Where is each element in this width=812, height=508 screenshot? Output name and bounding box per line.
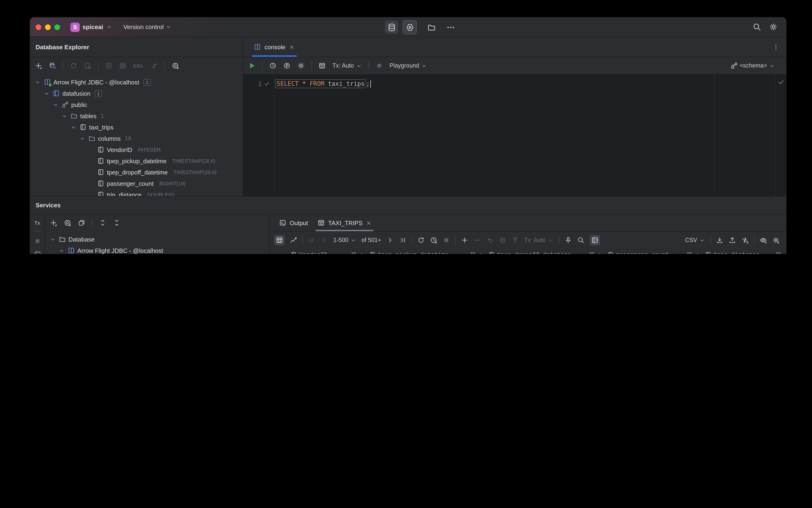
tree-item-trip-distance[interactable]: trip_distanceDOUBLE(0) <box>30 189 243 196</box>
chevron-expanded-icon[interactable] <box>70 124 76 130</box>
tab-taxi-trips[interactable]: TAXI_TRIPS <box>313 214 377 231</box>
grid-settings-button[interactable] <box>772 237 781 244</box>
settings-button[interactable] <box>769 23 778 32</box>
editor-tab-options-button[interactable] <box>772 37 786 57</box>
revert-button[interactable] <box>486 237 494 244</box>
run-query-button[interactable] <box>248 62 256 70</box>
chevron-expanded-icon[interactable] <box>35 79 41 85</box>
filter-panel-button[interactable] <box>590 235 600 245</box>
reload-page-button[interactable] <box>417 237 425 244</box>
grid-corner[interactable] <box>270 249 288 254</box>
add-data-source-button[interactable] <box>35 62 42 70</box>
tree-item-taxi-trips[interactable]: taxi_trips <box>30 122 243 133</box>
close-window-button[interactable] <box>36 24 41 30</box>
chevron-expanded-icon[interactable] <box>79 135 85 141</box>
compare-data-button[interactable] <box>741 237 749 244</box>
generate-ddl-button[interactable]: DDL <box>133 63 144 69</box>
tree-item-vendorid[interactable]: VendorIDINTEGER <box>30 144 243 155</box>
console-settings-button[interactable] <box>297 62 305 70</box>
project-widget[interactable]: S spiceai <box>70 22 112 32</box>
database-tool-button[interactable] <box>385 20 398 34</box>
stop-process-button[interactable] <box>34 237 41 245</box>
query-history-button[interactable] <box>430 237 438 244</box>
layout-options-button[interactable] <box>34 251 41 254</box>
tab-console[interactable]: console <box>249 37 300 57</box>
editor-tx-selector[interactable]: Tx: Auto <box>332 62 362 69</box>
sort-icon[interactable] <box>784 252 786 254</box>
column-header-vendorid[interactable]: VendorID <box>288 249 367 254</box>
minimize-window-button[interactable] <box>45 24 51 30</box>
import-data-button[interactable] <box>716 237 723 244</box>
pin-tab-button[interactable] <box>565 237 572 244</box>
sort-icon[interactable] <box>359 252 364 254</box>
stop-query-button[interactable] <box>443 237 450 244</box>
chart-view-button[interactable] <box>290 237 297 244</box>
tree-item-tpep-dropoff-datetime[interactable]: tpep_dropoff_datetimeTIMESTAMP(26,6) <box>30 167 243 178</box>
export-data-button[interactable] <box>728 237 736 244</box>
filter-funnel-icon[interactable] <box>775 251 781 254</box>
chevron-expanded-icon[interactable] <box>49 236 55 242</box>
filter-funnel-icon[interactable] <box>470 251 476 254</box>
sort-icon[interactable] <box>478 252 483 254</box>
submit-button[interactable] <box>499 237 506 244</box>
more-tool-windows-button[interactable] <box>446 23 455 32</box>
tree-item-arrow-flight-jdbc-localhost[interactable]: Arrow Flight JDBC - @localhost1 <box>30 77 243 88</box>
tree-item-arrow-flight-jdbc-localhost[interactable]: Arrow Flight JDBC - @localhost <box>45 245 269 254</box>
disconnect-button[interactable] <box>84 62 91 70</box>
collapse-all-button[interactable] <box>113 219 121 226</box>
grid-tx-selector[interactable]: Tx: Auto <box>524 237 554 244</box>
first-page-button[interactable] <box>308 237 316 244</box>
sort-icon[interactable] <box>695 252 700 254</box>
column-header-tpep_pickup_datetime[interactable]: tpep_pickup_datetime <box>367 249 486 254</box>
jump-to-console-button[interactable] <box>150 62 158 70</box>
push-button[interactable] <box>511 237 519 244</box>
sort-icon[interactable] <box>597 252 602 254</box>
page-range-selector[interactable]: 1-500 <box>333 237 356 244</box>
tree-item-database[interactable]: Database <box>45 234 269 245</box>
inspections-ok-icon[interactable] <box>777 78 785 86</box>
expand-all-button[interactable] <box>99 219 106 226</box>
stop-button[interactable] <box>375 62 383 70</box>
browse-tables-button[interactable] <box>318 62 326 70</box>
view-options-button[interactable] <box>172 62 179 70</box>
query-history-button[interactable] <box>269 62 277 70</box>
tree-item-columns[interactable]: columns19 <box>30 133 243 144</box>
open-in-new-tab-button[interactable] <box>78 219 85 226</box>
zoom-window-button[interactable] <box>54 24 60 30</box>
version-control-widget[interactable]: Version control <box>123 24 172 31</box>
chevron-expanded-icon[interactable] <box>43 90 49 96</box>
export-format-selector[interactable]: CSV <box>685 237 705 244</box>
tree-item-tables[interactable]: tables1 <box>30 110 243 122</box>
chevron-expanded-icon[interactable] <box>52 101 58 108</box>
toggle-transactions-button[interactable]: Tx <box>34 220 40 226</box>
open-query-console-button[interactable] <box>105 62 112 70</box>
run-configuration-button[interactable] <box>403 20 417 34</box>
add-row-button[interactable] <box>461 237 468 244</box>
add-service-button[interactable] <box>50 219 57 226</box>
project-structure-button[interactable] <box>427 23 436 32</box>
filter-funnel-icon[interactable] <box>351 251 357 254</box>
view-settings-button[interactable] <box>760 237 767 244</box>
column-header-trip_distance[interactable]: trip_distance <box>702 249 786 254</box>
close-icon[interactable] <box>289 44 295 50</box>
last-page-button[interactable] <box>399 237 406 244</box>
next-page-button[interactable] <box>386 237 394 244</box>
column-header-passenger_count[interactable]: passenger_count <box>605 249 702 254</box>
filter-funnel-icon[interactable] <box>589 251 595 254</box>
find-in-grid-button[interactable] <box>577 237 585 244</box>
schema-selector[interactable]: <schema> <box>730 62 781 70</box>
parameters-button[interactable] <box>283 62 291 70</box>
chevron-expanded-icon[interactable] <box>58 247 64 254</box>
previous-page-button[interactable] <box>321 237 328 244</box>
open-table-button[interactable] <box>119 62 127 70</box>
column-header-tpep_dropoff_datetime[interactable]: tpep_dropoff_datetime <box>486 249 605 254</box>
playground-selector[interactable]: Playground <box>390 62 427 69</box>
search-everywhere-button[interactable] <box>753 23 761 32</box>
tab-output[interactable]: Output <box>274 214 313 231</box>
filter-funnel-icon[interactable] <box>686 251 692 254</box>
tree-item-tpep-pickup-datetime[interactable]: tpep_pickup_datetimeTIMESTAMP(26,6) <box>30 155 243 167</box>
chevron-expanded-icon[interactable] <box>61 113 67 119</box>
refresh-button[interactable] <box>70 62 77 70</box>
delete-row-button[interactable] <box>473 237 481 244</box>
tree-item-passenger-count[interactable]: passenger_countBIGINT(19) <box>30 178 243 189</box>
